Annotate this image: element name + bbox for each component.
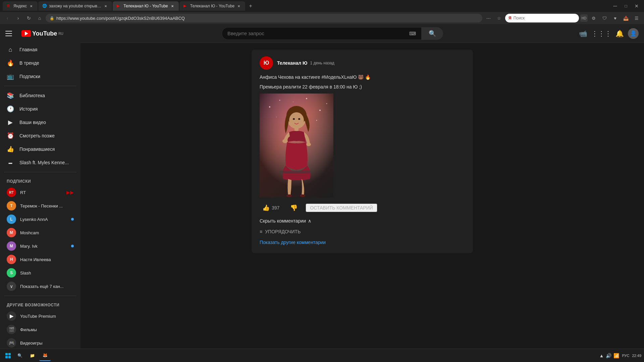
keyboard-icon: ⌨ bbox=[409, 31, 416, 36]
tab-close-youtube-second[interactable]: ✕ bbox=[236, 4, 241, 8]
extensions-button[interactable]: ⋯ bbox=[484, 13, 493, 23]
taskbar-app-explorer[interactable]: 📁 bbox=[26, 350, 38, 361]
tray-icons: ▲ 🔊 📶 bbox=[599, 353, 620, 358]
hamburger-line-2 bbox=[5, 33, 12, 34]
yandex-search-box[interactable]: Я bbox=[505, 14, 579, 22]
win-quad-1 bbox=[5, 353, 8, 355]
subscription-item-nastya[interactable]: Н Настя Ивлеева bbox=[1, 253, 79, 266]
channel-avatar[interactable]: Ю bbox=[260, 56, 273, 70]
sidebar-item-library[interactable]: 📚 Библиотека bbox=[1, 89, 79, 102]
channel-name-row: Телеканал Ю 1 день назад bbox=[277, 60, 465, 66]
subscriptions-icon: 📺 bbox=[7, 73, 14, 80]
browser-action-1[interactable]: HD bbox=[580, 14, 588, 22]
hamburger-line-1 bbox=[5, 31, 12, 32]
sidebar-item-videogames[interactable]: 🎮 Видеоигры bbox=[1, 336, 79, 350]
win-quad-3 bbox=[5, 356, 8, 358]
notifications-button[interactable]: 🔔 bbox=[615, 29, 624, 38]
back-button[interactable]: ‹ bbox=[3, 13, 12, 23]
cortana-button[interactable]: 🔍 bbox=[15, 350, 25, 361]
hamburger-button[interactable] bbox=[5, 28, 16, 39]
minimize-button[interactable]: ─ bbox=[610, 1, 620, 11]
movies-icon: 🎬 bbox=[7, 325, 16, 334]
lock-icon: 🔒 bbox=[50, 16, 54, 20]
yandex-search-input[interactable] bbox=[514, 16, 576, 20]
sort-comments-button[interactable]: ≡ УПОРЯДОЧИТЬ bbox=[260, 229, 465, 234]
sub-name-rt: RT bbox=[20, 190, 62, 195]
forward-button[interactable]: › bbox=[13, 13, 23, 23]
svg-point-2 bbox=[279, 100, 280, 101]
subscription-item-rt[interactable]: RT RT ▶▶ bbox=[1, 186, 79, 199]
sidebar-item-your-videos[interactable]: ▶ Ваши видео bbox=[1, 116, 79, 129]
hide-comments-label: Скрыть комментарии bbox=[260, 218, 306, 224]
language-indicator[interactable]: РУС bbox=[622, 354, 629, 358]
show-more-comments-button[interactable]: Показать другие комментарии bbox=[260, 240, 465, 245]
browser-action-2[interactable]: ⚙ bbox=[589, 13, 598, 23]
sidebar-item-premium[interactable]: ▶ YouTube Premium bbox=[1, 309, 79, 323]
other-section-title: ДРУГИЕ ВОЗМОЖНОСТИ bbox=[0, 299, 80, 309]
sidebar-item-watch-later[interactable]: ⏰ Смотреть позже bbox=[1, 129, 79, 142]
browser-action-4[interactable]: ♥ bbox=[610, 13, 620, 23]
subscription-item-moshcam[interactable]: M Moshcam bbox=[1, 226, 79, 239]
movies-label: Фильмы bbox=[20, 327, 74, 332]
tab-close-question[interactable]: ✕ bbox=[103, 4, 108, 8]
videogames-label: Видеоигры bbox=[20, 341, 74, 346]
post-image[interactable] bbox=[260, 94, 333, 197]
network-icon[interactable]: 📶 bbox=[613, 353, 619, 358]
sidebar-item-liked[interactable]: 👍 Понравившиеся bbox=[1, 142, 79, 156]
search-input-wrapper[interactable]: ⌨ bbox=[222, 27, 422, 40]
sidebar-item-recent[interactable]: ▬ Slash ft. Myles Kenne... bbox=[1, 156, 79, 169]
tab-close-yandex[interactable]: ✕ bbox=[29, 4, 34, 8]
browser-action-3[interactable]: 🛡 bbox=[600, 13, 609, 23]
home-button[interactable]: ⌂ bbox=[35, 13, 44, 23]
svg-point-11 bbox=[289, 112, 304, 128]
subscription-item-lysenko[interactable]: L Lysenko AnnA bbox=[1, 213, 79, 226]
bookmark-button[interactable]: ☆ bbox=[494, 13, 504, 23]
explorer-icon: 📁 bbox=[29, 353, 35, 359]
youtube-logo[interactable]: YouTubeRU bbox=[21, 30, 63, 37]
refresh-button[interactable]: ↻ bbox=[24, 13, 34, 23]
user-avatar[interactable]: 👤 bbox=[628, 28, 639, 39]
channel-name[interactable]: Телеканал Ю bbox=[277, 60, 307, 66]
subscription-item-slash[interactable]: S Slash bbox=[1, 266, 79, 280]
close-window-button[interactable]: ✕ bbox=[632, 1, 641, 11]
show-more-subscriptions[interactable]: ∨ Показать ещё 7 кан... bbox=[1, 280, 79, 293]
sidebar-item-subscriptions[interactable]: 📺 Подписки bbox=[1, 70, 79, 83]
sidebar-label-home: Главная bbox=[19, 47, 37, 52]
premium-label: YouTube Premium bbox=[20, 314, 74, 319]
browser-action-6[interactable]: ☰ bbox=[632, 13, 641, 23]
post-description: Премьера реалити 22 февраля в 18:00 на Ю… bbox=[260, 84, 465, 89]
address-bar[interactable]: 🔒 https://www.youtube.com/post/UgzqkDdO3… bbox=[46, 14, 482, 22]
subscription-item-mary[interactable]: M Mary. Ivk bbox=[1, 239, 79, 253]
tab-youtube-second[interactable]: ▶ Телеканал Ю - YouTube ✕ bbox=[179, 1, 245, 11]
sidebar-item-movies[interactable]: 🎬 Фильмы bbox=[1, 323, 79, 336]
hide-comments-button[interactable]: Скрыть комментарии ∧ bbox=[260, 218, 465, 224]
start-button[interactable] bbox=[3, 350, 13, 361]
tab-question[interactable]: 🌐 захожу на youtube открыва... ✕ bbox=[38, 1, 112, 11]
leave-comment-button[interactable]: ОСТАВИТЬ КОММЕНТАРИЙ bbox=[306, 203, 377, 212]
tab-close-youtube-active[interactable]: ✕ bbox=[170, 4, 175, 8]
create-video-button[interactable]: 📹 bbox=[579, 29, 587, 38]
search-button[interactable]: 🔍 bbox=[422, 27, 443, 40]
dislike-button[interactable]: 👎 bbox=[287, 203, 300, 213]
sidebar-item-home[interactable]: ⌂ Главная bbox=[1, 43, 79, 56]
browser-icon: 🦊 bbox=[42, 352, 48, 358]
apps-button[interactable]: ⋮⋮⋮ bbox=[591, 29, 611, 38]
taskbar-app-firefox[interactable]: 🦊 bbox=[39, 350, 51, 361]
volume-icon[interactable]: 🔊 bbox=[606, 353, 611, 358]
svg-rect-19 bbox=[280, 171, 313, 173]
sidebar: YouTubeRU ⌂ Главная 🔥 В тренде 📺 Подписк… bbox=[0, 24, 80, 362]
tray-arrow-icon[interactable]: ▲ bbox=[599, 353, 604, 358]
sidebar-item-trending[interactable]: 🔥 В тренде bbox=[1, 56, 79, 70]
restore-button[interactable]: □ bbox=[621, 1, 631, 11]
tab-youtube-active[interactable]: ▶ Телеканал Ю - YouTube ✕ bbox=[113, 1, 178, 11]
browser-action-5[interactable]: 📥 bbox=[621, 13, 631, 23]
sidebar-item-history[interactable]: 🕐 История bbox=[1, 102, 79, 116]
like-button[interactable]: 👍 397 bbox=[260, 203, 282, 213]
clock-time: 22:49 bbox=[632, 354, 641, 358]
new-tab-button[interactable]: + bbox=[246, 1, 255, 11]
svg-point-5 bbox=[306, 98, 307, 99]
tab-yandex[interactable]: Я Яндекс ✕ bbox=[3, 1, 38, 11]
post-header: Ю Телеканал Ю 1 день назад bbox=[260, 56, 465, 70]
subscription-item-teremok[interactable]: Т Теремок - Песенки ... bbox=[1, 199, 79, 213]
search-input[interactable] bbox=[227, 31, 409, 36]
